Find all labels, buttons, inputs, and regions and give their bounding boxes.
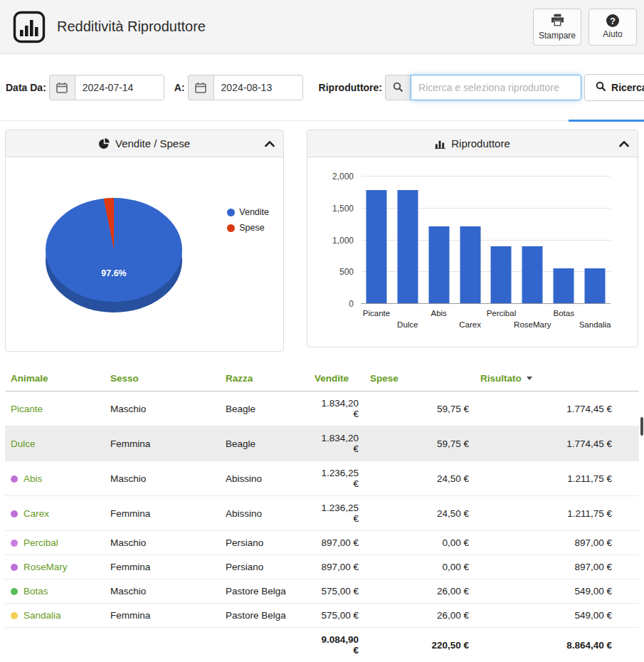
bar-carex[interactable] — [460, 226, 480, 303]
bar-picante[interactable] — [366, 190, 386, 303]
spese-cell: 26,00 € — [364, 604, 475, 628]
animal-name-link[interactable]: Picante — [11, 404, 43, 414]
bar-botas[interactable] — [554, 268, 574, 303]
table-row[interactable]: AbisMaschioAbissino1.236,25 €24,50 €1.21… — [5, 461, 639, 496]
animale-cell: RoseMary — [5, 555, 105, 579]
date-to-calendar-icon[interactable] — [188, 75, 213, 100]
breeder-search-icon[interactable] — [385, 75, 411, 100]
risultato-cell: 1.774,45 € — [475, 426, 639, 461]
legend-label: Spese — [239, 223, 264, 233]
animal-name-link[interactable]: Abis — [23, 473, 42, 484]
pie-panel-header[interactable]: Vendite / Spese — [6, 130, 283, 157]
bar-percibal[interactable] — [491, 246, 512, 303]
razza-cell: Persiano — [220, 555, 309, 579]
sesso-cell: Maschio — [105, 392, 220, 426]
animale-cell: Percibal — [5, 531, 105, 555]
col-header-animale[interactable]: Animale — [5, 366, 105, 392]
sesso-cell: Maschio — [105, 579, 220, 604]
collapse-chevron-up-icon[interactable] — [265, 140, 275, 147]
gridline — [361, 176, 611, 177]
app-logo-bar-chart-icon — [13, 11, 46, 43]
vendite-cell: 897,00 € — [309, 531, 364, 555]
animal-name-link[interactable]: RoseMary — [23, 562, 68, 572]
total-risultato: 8.864,40 € — [475, 628, 639, 662]
pie-chart-wrap: 97.6% — [46, 182, 182, 312]
col-header-sesso[interactable]: Sesso — [105, 366, 220, 392]
pie-chart-icon — [99, 138, 110, 149]
pie-chart[interactable] — [46, 198, 182, 302]
printer-icon — [551, 14, 564, 28]
razza-cell: Beagle — [220, 392, 309, 426]
razza-cell: Abissino — [220, 461, 309, 496]
date-from-input[interactable] — [75, 75, 164, 100]
animal-name-link[interactable]: Percibal — [23, 537, 58, 548]
search-button-label: Ricerca — [611, 82, 644, 93]
y-axis-tick-label: 1,500 — [310, 204, 354, 214]
search-button[interactable]: Ricerca — [584, 74, 644, 101]
risultato-cell: 1.774,45 € — [475, 392, 639, 426]
species-color-dot — [11, 564, 18, 571]
spese-cell: 26,00 € — [364, 579, 475, 604]
date-from-group — [49, 75, 164, 100]
table-row[interactable]: CarexFemminaAbissino1.236,25 €24,50 €1.2… — [5, 496, 639, 531]
help-button-label: Aiuto — [603, 29, 622, 39]
table-row[interactable]: PercibalMaschioPersiano897,00 €0,00 €897… — [5, 531, 639, 555]
bar-panel-header[interactable]: Riproduttore — [307, 130, 638, 157]
table-row[interactable]: DulceFemminaBeagle1.834,20 €59,75 €1.774… — [5, 426, 639, 461]
scrollbar-thumb[interactable] — [640, 417, 643, 436]
table-row[interactable]: SandaliaFemminaPastore Belga575,00 €26,0… — [5, 604, 639, 628]
sesso-cell: Femmina — [105, 496, 220, 531]
table-row[interactable]: BotasMaschioPastore Belga575,00 €26,00 €… — [5, 579, 639, 604]
pie-percent-label: 97.6% — [101, 268, 126, 278]
animal-name-link[interactable]: Botas — [23, 586, 48, 597]
date-from-calendar-icon[interactable] — [49, 75, 75, 100]
razza-cell: Pastore Belga — [220, 604, 309, 628]
col-header-spese[interactable]: Spese — [364, 366, 475, 392]
species-color-dot — [11, 540, 18, 547]
vendite-cell: 897,00 € — [309, 555, 364, 579]
animale-cell: Abis — [5, 461, 105, 496]
col-header-risultato[interactable]: Risultato — [475, 366, 639, 392]
bar-rosemary[interactable] — [522, 246, 543, 303]
table-row[interactable]: PicanteMaschioBeagle1.834,20 €59,75 €1.7… — [5, 392, 639, 426]
vendite-cell: 1.236,25 € — [309, 461, 364, 496]
sesso-cell: Femmina — [105, 604, 220, 628]
animale-cell: Botas — [5, 579, 105, 604]
breeder-search-input[interactable] — [411, 75, 581, 100]
bar-panel-title: Riproduttore — [451, 137, 510, 149]
spese-cell: 24,50 € — [364, 461, 475, 496]
bar-chart-icon — [435, 138, 445, 149]
animal-name-link[interactable]: Carex — [23, 508, 49, 519]
help-button[interactable]: Aiuto — [588, 9, 637, 46]
legend-item[interactable]: Spese — [227, 223, 269, 233]
collapse-chevron-up-icon[interactable] — [619, 140, 629, 147]
risultato-cell: 549,00 € — [475, 604, 639, 628]
col-header-risultato-label: Risultato — [480, 373, 522, 384]
animale-cell: Carex — [5, 496, 105, 531]
breeder-label: Riproduttore: — [319, 82, 382, 93]
spese-cell: 59,75 € — [364, 392, 475, 426]
bar-abis[interactable] — [428, 226, 449, 303]
spese-cell: 59,75 € — [364, 426, 475, 461]
date-to-input[interactable] — [213, 75, 303, 100]
col-header-vendite[interactable]: Vendite — [309, 366, 364, 392]
risultato-cell: 1.211,75 € — [475, 461, 639, 496]
bar-dulce[interactable] — [397, 190, 418, 303]
animal-name-link[interactable]: Dulce — [11, 438, 36, 449]
legend-item[interactable]: Vendite — [227, 207, 269, 217]
animale-cell: Picante — [5, 392, 105, 426]
total-vendite: 9.084,90 € — [309, 628, 364, 662]
risultato-cell: 1.211,75 € — [475, 496, 639, 531]
print-button[interactable]: Stampare — [533, 9, 581, 46]
bar-sandalia[interactable] — [585, 268, 606, 303]
species-color-dot — [11, 510, 18, 517]
date-from-label: Data Da: — [6, 82, 46, 93]
col-header-razza[interactable]: Razza — [220, 366, 309, 392]
charts-section: Vendite / Spese 97.6% VenditeSpese — [0, 121, 644, 356]
totals-row: 9.084,90 € 220,50 € 8.864,40 € — [5, 628, 639, 662]
results-table: Animale Sesso Razza Vendite Spese Risult… — [5, 366, 639, 662]
sesso-cell: Femmina — [105, 555, 220, 579]
animal-name-link[interactable]: Sandalia — [23, 610, 61, 621]
table-row[interactable]: RoseMaryFemminaPersiano897,00 €0,00 €897… — [5, 555, 639, 579]
help-icon — [606, 14, 619, 27]
